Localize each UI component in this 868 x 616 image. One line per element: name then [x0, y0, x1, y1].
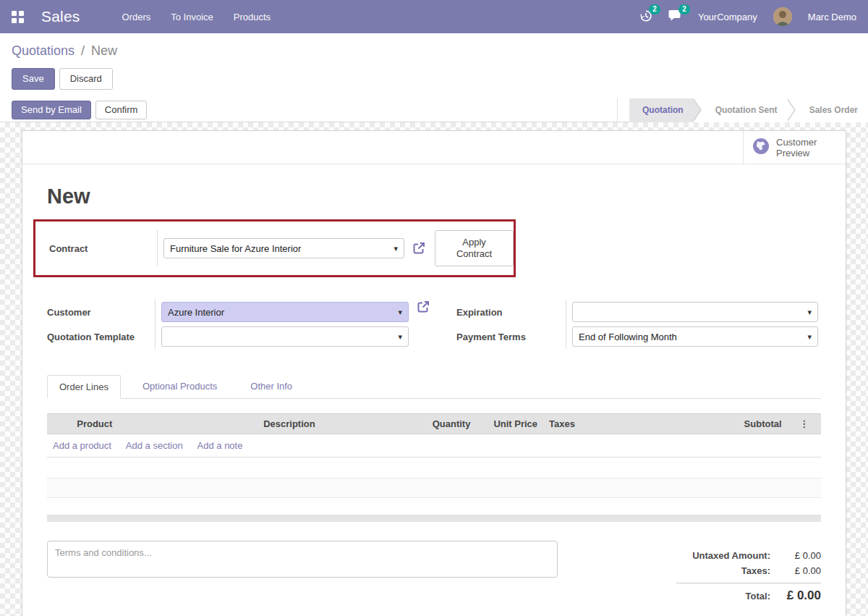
- order-lines-header-row: Product Description Quantity Unit Price …: [47, 414, 821, 434]
- order-lines-table: Product Description Quantity Unit Price …: [47, 413, 821, 457]
- col-taxes[interactable]: Taxes: [543, 414, 718, 434]
- customer-preview-button[interactable]: Customer Preview: [743, 131, 846, 164]
- field-groups: Customer Azure Interior ▾: [47, 300, 821, 349]
- customer-value: Azure Interior: [168, 307, 393, 318]
- untaxed-amount-label: Untaxed Amount:: [676, 550, 770, 561]
- menu-to-invoice[interactable]: To Invoice: [171, 12, 213, 22]
- menu-orders[interactable]: Orders: [122, 12, 151, 22]
- customer-external-link-icon[interactable]: [416, 300, 430, 324]
- taxes-value: £ 0.00: [770, 565, 821, 576]
- form-view-background: Customer Preview New Contract Furniture …: [0, 122, 868, 616]
- breadcrumb-quotations[interactable]: Quotations: [12, 43, 75, 58]
- payment-terms-label: Payment Terms: [456, 324, 566, 349]
- stage-quotation-sent[interactable]: Quotation Sent: [694, 98, 788, 122]
- chevron-down-icon: ▾: [807, 332, 812, 342]
- stage-sales-order[interactable]: Sales Order: [788, 98, 868, 122]
- workflow-buttons: Send by Email Confirm: [12, 101, 147, 119]
- contract-external-link-icon[interactable]: [412, 241, 426, 256]
- column-options-kebab-icon[interactable]: ⋮: [788, 414, 821, 434]
- add-a-product-link[interactable]: Add a product: [53, 440, 111, 451]
- col-description[interactable]: Description: [258, 414, 424, 434]
- terms-and-conditions-input[interactable]: [47, 541, 558, 578]
- apps-menu-icon[interactable]: [12, 11, 24, 23]
- navbar-menus: Orders To Invoice Products: [122, 12, 271, 22]
- customer-select[interactable]: Azure Interior ▾: [161, 302, 409, 322]
- expiration-field-row: Expiration ▾: [456, 300, 818, 324]
- quotation-template-select[interactable]: ▾: [161, 326, 409, 347]
- add-line-row: Add a product Add a section Add a note: [47, 434, 821, 457]
- record-buttons: Save Discard: [12, 68, 856, 90]
- app-brand[interactable]: Sales: [41, 8, 80, 25]
- payment-terms-select[interactable]: End of Following Month ▾: [572, 326, 818, 347]
- company-switcher[interactable]: YourCompany: [698, 12, 757, 22]
- control-panel: Quotations / New Save Discard: [0, 33, 868, 98]
- add-a-note-link[interactable]: Add a note: [197, 440, 243, 451]
- handle-column-header: [47, 414, 71, 434]
- group-left: Customer Azure Interior ▾: [47, 300, 430, 349]
- status-row: Send by Email Confirm Quotation Quotatio…: [0, 98, 868, 122]
- navbar-right: 2 2 YourCompany Marc Demo: [639, 7, 856, 26]
- expiration-label: Expiration: [456, 300, 566, 324]
- add-a-section-link[interactable]: Add a section: [126, 440, 183, 451]
- breadcrumb-separator: /: [81, 43, 85, 58]
- statusbar: Quotation Quotation Sent Sales Order: [617, 98, 868, 122]
- save-button[interactable]: Save: [12, 68, 55, 90]
- page-title: New: [47, 185, 821, 208]
- customer-field-row: Customer Azure Interior ▾: [47, 300, 430, 324]
- payment-terms-field-row: Payment Terms End of Following Month ▾: [456, 324, 818, 349]
- group-right: Expiration ▾ Payment Terms End of Follow…: [456, 300, 818, 349]
- contract-value: Furniture Sale for Azure Interior: [170, 243, 390, 254]
- tab-order-lines[interactable]: Order Lines: [47, 375, 121, 399]
- col-product[interactable]: Product: [71, 414, 258, 434]
- discard-button[interactable]: Discard: [59, 68, 113, 90]
- breadcrumb-current: New: [91, 43, 117, 58]
- tab-optional-products[interactable]: Optional Products: [131, 375, 229, 398]
- notebook-tabs: Order Lines Optional Products Other Info: [47, 375, 821, 399]
- payment-terms-value: End of Following Month: [579, 332, 803, 342]
- breadcrumb: Quotations / New: [12, 42, 856, 59]
- table-footer-bar: [47, 515, 821, 522]
- contract-highlight-box: Contract Furniture Sale for Azure Interi…: [33, 219, 516, 277]
- untaxed-amount-value: £ 0.00: [770, 550, 821, 561]
- contract-select[interactable]: Furniture Sale for Azure Interior ▾: [163, 238, 404, 258]
- taxes-label: Taxes:: [676, 565, 770, 576]
- form-sheet: Customer Preview New Contract Furniture …: [22, 130, 846, 616]
- chevron-down-icon: ▾: [807, 308, 812, 317]
- quotation-template-label: Quotation Template: [47, 324, 156, 349]
- expiration-select[interactable]: ▾: [572, 302, 818, 322]
- sheet-header: Customer Preview: [22, 131, 846, 164]
- empty-table-row: [47, 498, 821, 515]
- quotation-template-field-row: Quotation Template ▾: [47, 324, 430, 349]
- untaxed-amount-row: Untaxed Amount: £ 0.00: [676, 548, 821, 563]
- col-quantity[interactable]: Quantity: [424, 414, 477, 434]
- total-label: Total:: [676, 591, 770, 602]
- send-by-email-button[interactable]: Send by Email: [12, 101, 91, 119]
- confirm-button[interactable]: Confirm: [95, 101, 148, 119]
- customer-label: Customer: [47, 300, 156, 324]
- user-avatar[interactable]: [773, 7, 792, 26]
- apply-contract-button[interactable]: Apply Contract: [435, 230, 514, 266]
- globe-icon: [752, 138, 770, 157]
- sheet-body: New Contract Furniture Sale for Azure In…: [22, 185, 846, 605]
- messages-badge: 2: [678, 4, 690, 14]
- activity-menu[interactable]: 2: [639, 9, 652, 25]
- col-unit-price[interactable]: Unit Price: [476, 414, 543, 434]
- tab-other-info[interactable]: Other Info: [239, 375, 304, 398]
- customer-preview-label: Customer Preview: [776, 137, 837, 159]
- total-value: £ 0.00: [770, 588, 821, 603]
- bottom-section: Untaxed Amount: £ 0.00 Taxes: £ 0.00 Tot…: [47, 541, 821, 605]
- total-row: Total: £ 0.00: [676, 586, 821, 605]
- stage-quotation[interactable]: Quotation: [629, 98, 694, 122]
- contract-label: Contract: [49, 230, 158, 266]
- col-subtotal[interactable]: Subtotal: [718, 414, 788, 434]
- user-menu[interactable]: Marc Demo: [808, 12, 856, 22]
- totals-divider: [676, 583, 821, 583]
- empty-table-row: [47, 457, 821, 478]
- totals-panel: Untaxed Amount: £ 0.00 Taxes: £ 0.00 Tot…: [676, 541, 821, 605]
- chevron-down-icon: ▾: [394, 244, 399, 253]
- messages-menu[interactable]: 2: [668, 9, 682, 24]
- empty-table-row-striped: [47, 478, 821, 498]
- taxes-row: Taxes: £ 0.00: [676, 563, 821, 578]
- top-navbar: Sales Orders To Invoice Products 2 2: [0, 0, 868, 33]
- menu-products[interactable]: Products: [234, 12, 271, 22]
